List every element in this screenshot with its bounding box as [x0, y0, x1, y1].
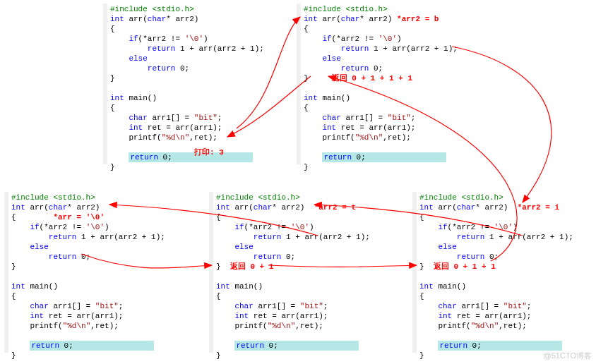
- include: #include <stdio.h>: [110, 5, 194, 13]
- note-print-3: 打印: 3: [194, 147, 224, 157]
- code-block-4: #include <stdio.h> int arr(char* arr2) *…: [216, 193, 370, 360]
- code-block-5: #include <stdio.h> int arr(char* arr2) *…: [419, 193, 573, 360]
- watermark: @51CTO博客: [544, 351, 592, 361]
- code-block-2: #include <stdio.h> int arr(char* arr2) *…: [304, 4, 458, 172]
- code-block-3: #include <stdio.h> int arr(char* arr2) {…: [11, 193, 165, 360]
- code-block-1: #include <stdio.h> int arr(char* arr2) {…: [110, 4, 264, 172]
